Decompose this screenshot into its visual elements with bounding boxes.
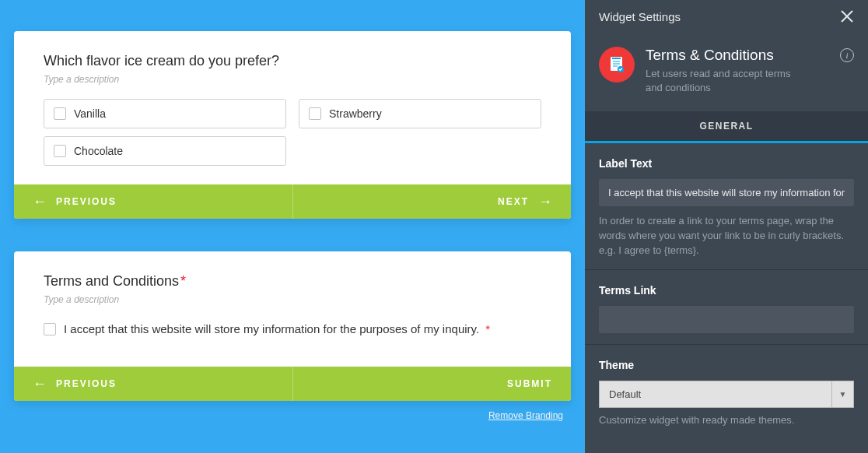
field-label: Label Text (599, 157, 854, 170)
section-terms-link: Terms Link (585, 270, 868, 345)
form-card-question: Which flavor ice cream do you prefer? Ty… (14, 31, 571, 219)
question-title[interactable]: Which flavor ice cream do you prefer? (44, 53, 541, 69)
theme-selected-value: Default (599, 381, 832, 408)
widget-description: Let users read and accept terms and cond… (646, 67, 809, 94)
terms-description[interactable]: Type a description (44, 294, 541, 305)
section-theme: Theme Default ▼ Customize widget with re… (585, 345, 868, 429)
option-strawberry[interactable]: Strawberry (299, 99, 541, 128)
question-description[interactable]: Type a description (44, 74, 541, 85)
terms-link-input[interactable] (599, 306, 854, 333)
arrow-right-icon: → (538, 194, 552, 210)
arrow-left-icon: ← (33, 194, 47, 210)
checkbox-icon[interactable] (54, 145, 66, 157)
close-icon (840, 9, 854, 23)
required-mark: * (180, 273, 186, 289)
remove-branding-link[interactable]: Remove Branding (14, 401, 571, 424)
terms-title[interactable]: Terms and Conditions* (44, 273, 541, 290)
theme-select[interactable]: Default ▼ (599, 381, 854, 408)
accept-row[interactable]: I accept that this website will store my… (44, 322, 541, 335)
sidebar-header: Widget Settings (585, 0, 868, 33)
widget-info-block: Terms & Conditions Let users read and ac… (585, 33, 868, 111)
next-button[interactable]: NEXT → (293, 184, 572, 219)
widget-icon-badge (599, 47, 635, 83)
required-mark: * (485, 322, 490, 335)
form-nav: ← PREVIOUS NEXT → (14, 184, 571, 219)
form-card-terms: Terms and Conditions* Type a description… (14, 251, 571, 401)
section-label-text: Label Text In order to create a link to … (585, 143, 868, 270)
sidebar-title: Widget Settings (599, 10, 681, 23)
chevron-down-icon[interactable]: ▼ (832, 381, 854, 408)
accept-text: I accept that this website will store my… (64, 322, 479, 335)
option-label: Vanilla (74, 107, 106, 120)
info-icon[interactable]: i (840, 48, 854, 62)
previous-button[interactable]: ← PREVIOUS (14, 184, 293, 219)
submit-button[interactable]: SUBMIT (293, 367, 572, 401)
options-grid: Vanilla Strawberry Chocolate (44, 99, 541, 166)
field-label: Theme (599, 359, 854, 371)
terms-title-text: Terms and Conditions (44, 273, 179, 289)
form-body: Terms and Conditions* Type a description… (14, 251, 571, 367)
close-button[interactable] (840, 9, 854, 23)
field-label: Terms Link (599, 284, 854, 297)
previous-label: PREVIOUS (56, 196, 117, 207)
label-text-help: In order to create a link to your terms … (599, 214, 854, 258)
submit-label: SUBMIT (507, 378, 552, 389)
checkbox-icon[interactable] (44, 323, 56, 335)
checkbox-icon[interactable] (309, 107, 321, 120)
checkbox-icon[interactable] (54, 107, 66, 120)
next-label: NEXT (498, 196, 529, 207)
option-label: Chocolate (74, 145, 123, 157)
option-chocolate[interactable]: Chocolate (44, 136, 286, 166)
svg-rect-3 (612, 58, 621, 59)
widget-settings-panel: Widget Settings Terms & Conditions Let u… (585, 0, 868, 453)
form-canvas: Which flavor ice cream do you prefer? Ty… (0, 0, 585, 453)
form-nav: ← PREVIOUS SUBMIT (14, 367, 571, 401)
document-check-icon (607, 55, 626, 74)
theme-help: Customize widget with ready made themes. (599, 414, 854, 426)
previous-label: PREVIOUS (56, 378, 117, 389)
arrow-left-icon: ← (33, 376, 47, 392)
widget-title: Terms & Conditions (646, 47, 809, 64)
label-text-input[interactable] (599, 179, 854, 206)
widget-info-text: Terms & Conditions Let users read and ac… (646, 47, 809, 94)
option-vanilla[interactable]: Vanilla (44, 99, 286, 128)
option-label: Strawberry (329, 107, 382, 120)
form-body: Which flavor ice cream do you prefer? Ty… (14, 31, 571, 184)
tab-general[interactable]: GENERAL (585, 111, 868, 143)
previous-button[interactable]: ← PREVIOUS (14, 367, 293, 401)
